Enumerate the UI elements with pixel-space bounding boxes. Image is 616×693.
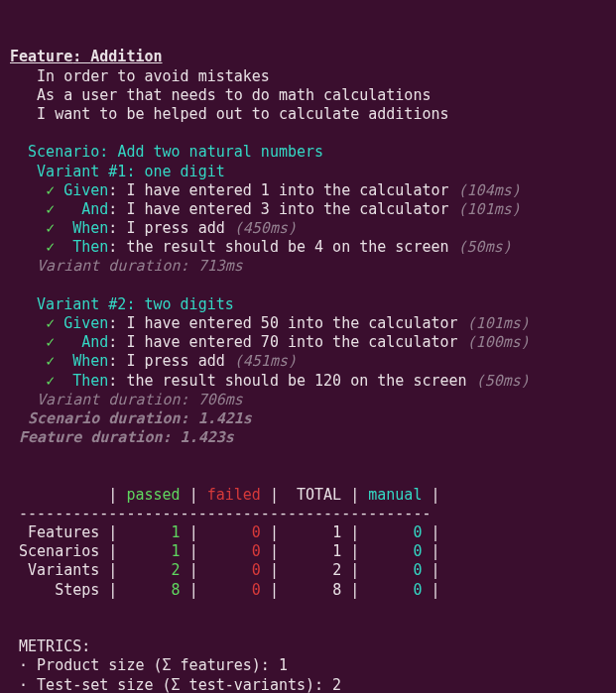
step-text: the result should be 4 on the screen	[126, 238, 448, 256]
step-text: I have entered 70 into the calculator	[126, 333, 457, 351]
table-cell: 0	[413, 542, 422, 560]
scenario-header: Scenario: Add two natural numbers	[28, 143, 323, 161]
table-cell: 0	[413, 581, 422, 599]
table-row-label: Features	[19, 523, 99, 541]
scenario-duration: Scenario duration: 1.421s	[28, 409, 252, 427]
table-header-sep: |	[108, 486, 117, 504]
variant-heading: Variant #1: one digit	[37, 163, 225, 180]
step-time: (50ms)	[458, 238, 512, 256]
table-hline: ----------------------------------------…	[10, 505, 431, 522]
step-text: the result should be 120 on the screen	[126, 372, 466, 390]
table-cell: 1	[172, 542, 181, 560]
narrative-line: In order to avoid mistakes	[37, 67, 270, 85]
table-cell: 0	[252, 542, 261, 560]
variant-heading: Variant #2: two digits	[37, 295, 234, 313]
table-row-label: Scenarios	[19, 542, 99, 560]
variant-duration: Variant duration: 706ms	[37, 391, 243, 408]
feature-header: Feature: Addition	[10, 48, 163, 65]
table-cell: 8	[172, 581, 181, 599]
table-cell: 2	[172, 561, 181, 579]
step-keyword: When	[63, 219, 108, 237]
step-time: (101ms)	[458, 200, 521, 218]
step-keyword: Given	[63, 314, 108, 332]
step-text: I press add	[126, 352, 224, 370]
table-cell: 0	[413, 523, 422, 541]
check-icon: ✓	[46, 181, 55, 199]
table-row-label: Steps	[19, 581, 99, 599]
step-keyword: When	[63, 352, 108, 370]
table-header-failed: failed	[207, 486, 261, 504]
table-header-manual: manual	[368, 486, 422, 504]
table-cell: 2	[332, 561, 341, 579]
metrics-line: · Product size (Σ features): 1	[19, 656, 288, 674]
check-icon: ✓	[46, 314, 55, 332]
scenario-label: Scenario	[28, 143, 99, 161]
step-text: I press add	[126, 219, 224, 237]
step-keyword: Then	[63, 372, 108, 390]
narrative-line: I want to be helped out to calculate add…	[37, 105, 448, 123]
table-cell: 0	[252, 581, 261, 599]
check-icon: ✓	[46, 372, 55, 390]
check-icon: ✓	[46, 238, 55, 256]
metrics-title: METRICS:	[19, 637, 90, 655]
table-row-label: Variants	[19, 561, 99, 579]
feature-label: Feature	[10, 48, 72, 65]
step-time: (104ms)	[458, 181, 521, 199]
check-icon: ✓	[46, 200, 55, 218]
metrics-line: · Test-set size (Σ test-variants): 2	[19, 676, 341, 693]
step-time: (100ms)	[467, 333, 530, 351]
check-icon: ✓	[46, 352, 55, 370]
step-text: I have entered 50 into the calculator	[126, 314, 457, 332]
step-time: (451ms)	[234, 352, 297, 370]
table-cell: 1	[332, 523, 341, 541]
step-keyword: And	[63, 333, 108, 351]
feature-duration: Feature duration: 1.423s	[19, 428, 234, 446]
check-icon: ✓	[46, 219, 55, 237]
table-cell: 0	[252, 561, 261, 579]
narrative-line: As a user that needs to do math calculat…	[37, 86, 431, 104]
table-cell: 0	[413, 561, 422, 579]
table-cell: 1	[172, 523, 181, 541]
table-header-total: TOTAL	[297, 486, 341, 504]
table-cell: 1	[332, 542, 341, 560]
variant-duration: Variant duration: 713ms	[37, 257, 243, 275]
step-time: (450ms)	[234, 219, 297, 237]
step-text: I have entered 1 into the calculator	[126, 181, 448, 199]
table-cell: 8	[332, 581, 341, 599]
table-cell: 0	[252, 523, 261, 541]
step-keyword: Then	[63, 238, 108, 256]
step-keyword: Given	[63, 181, 108, 199]
feature-name: Addition	[90, 48, 162, 65]
step-keyword: And	[63, 200, 108, 218]
check-icon: ✓	[46, 333, 55, 351]
scenario-name: Add two natural numbers	[117, 143, 323, 161]
table-header-passed: passed	[126, 486, 180, 504]
step-text: I have entered 3 into the calculator	[126, 200, 448, 218]
step-time: (101ms)	[467, 314, 530, 332]
step-time: (50ms)	[476, 372, 530, 390]
